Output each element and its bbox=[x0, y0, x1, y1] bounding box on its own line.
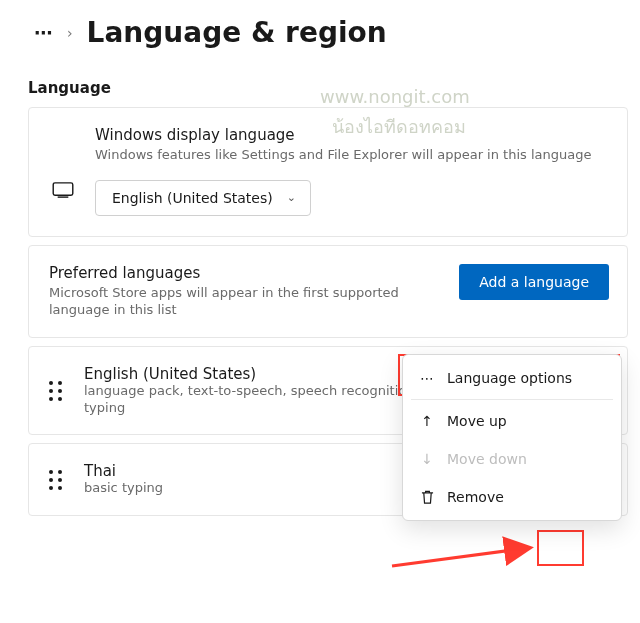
chevron-down-icon: ⌄ bbox=[287, 191, 296, 204]
arrow-up-icon: ↑ bbox=[419, 413, 435, 429]
arrow-down-icon: ↓ bbox=[419, 451, 435, 467]
preferred-languages-subtitle: Microsoft Store apps will appear in the … bbox=[49, 284, 443, 319]
breadcrumb: ⋯ › Language & region bbox=[0, 0, 640, 57]
chevron-right-icon: › bbox=[67, 25, 73, 41]
add-language-button[interactable]: Add a language bbox=[459, 264, 609, 300]
display-language-select[interactable]: English (United States) ⌄ bbox=[95, 180, 311, 216]
more-icon: ⋯ bbox=[419, 370, 435, 386]
trash-icon bbox=[419, 490, 435, 505]
page-title: Language & region bbox=[87, 16, 387, 49]
menu-move-down: ↓ Move down bbox=[403, 440, 621, 478]
menu-move-up[interactable]: ↑ Move up bbox=[403, 402, 621, 440]
menu-item-label: Language options bbox=[447, 370, 572, 386]
annotation-box bbox=[537, 530, 584, 566]
menu-language-options[interactable]: ⋯ Language options bbox=[403, 359, 621, 397]
menu-item-label: Move down bbox=[447, 451, 527, 467]
breadcrumb-more-icon[interactable]: ⋯ bbox=[34, 22, 53, 43]
preferred-languages-card: Preferred languages Microsoft Store apps… bbox=[28, 245, 628, 338]
watermark-url: www.nongit.com bbox=[320, 86, 470, 107]
svg-rect-0 bbox=[53, 183, 73, 195]
menu-divider bbox=[411, 399, 613, 400]
menu-remove[interactable]: Remove bbox=[403, 478, 621, 516]
preferred-languages-title: Preferred languages bbox=[49, 264, 443, 282]
display-language-card: Windows display language Windows feature… bbox=[28, 107, 628, 237]
language-context-menu: ⋯ Language options ↑ Move up ↓ Move down… bbox=[402, 354, 622, 521]
menu-item-label: Remove bbox=[447, 489, 504, 505]
drag-handle-icon[interactable] bbox=[49, 381, 62, 401]
svg-line-3 bbox=[392, 548, 528, 566]
watermark-thai: น้องไอทีดอทคอม bbox=[332, 112, 466, 141]
monitor-icon bbox=[52, 182, 74, 198]
annotation-arrow bbox=[388, 534, 538, 574]
display-language-subtitle: Windows features like Settings and File … bbox=[95, 146, 607, 164]
display-language-value: English (United States) bbox=[112, 190, 273, 206]
menu-item-label: Move up bbox=[447, 413, 507, 429]
drag-handle-icon[interactable] bbox=[49, 470, 62, 490]
